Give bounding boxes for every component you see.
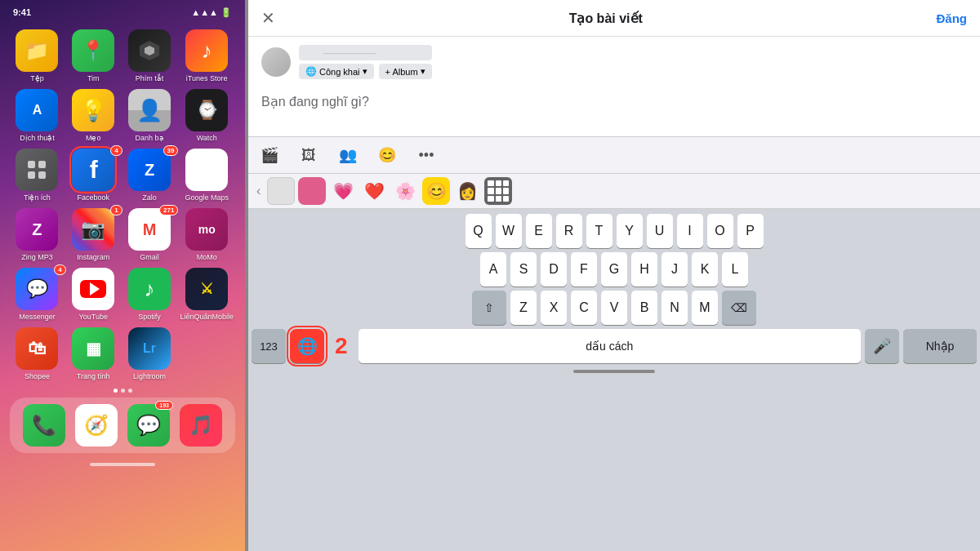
app-icon-contacts[interactable]: 👤 Danh bạ — [124, 89, 176, 142]
app-icon-meo[interactable]: 💡 Mẹo — [68, 89, 119, 142]
app-icon-spotify[interactable]: ♪ Spotify — [124, 268, 176, 321]
fb-close-button[interactable]: ✕ — [261, 8, 275, 28]
dock-safari[interactable]: 🧭 — [75, 404, 118, 447]
app-icon-lightroom[interactable]: Lr Lightroom — [124, 327, 176, 380]
kb-key-n[interactable]: N — [662, 291, 688, 325]
kb-home-bar — [248, 367, 980, 375]
kb-key-s[interactable]: S — [510, 252, 537, 287]
kb-key-d[interactable]: D — [541, 252, 567, 287]
sticker-smile[interactable]: 😊 — [422, 177, 450, 205]
sticker-strip: ‹ 💗 ❤️ 🌸 😊 👩 — [248, 174, 980, 209]
dock: 📞 🧭 💬 193 🎵 — [10, 398, 235, 453]
app-icon-translate[interactable]: A Dịch thuật — [11, 89, 63, 142]
app-icon-shopee[interactable]: 🛍 Shopee — [11, 327, 63, 380]
kb-key-o[interactable]: O — [707, 214, 733, 248]
fb-keyboard-toolbar: 🎬 🖼 👥 😊 ••• — [248, 136, 980, 174]
kb-globe-key[interactable]: 🌐 — [290, 329, 324, 363]
status-bar: 9:41 ▲▲▲ 🔋 — [0, 0, 245, 24]
kb-key-y[interactable]: Y — [617, 214, 643, 248]
app-icon-youtube[interactable]: YouTube — [68, 268, 119, 321]
fb-compose-area[interactable]: Bạn đang nghĩ gì? — [248, 87, 980, 136]
app-icon-watch[interactable]: ⌚ Watch — [180, 89, 234, 142]
status-bar-icons: ▲▲▲ 🔋 — [191, 7, 232, 18]
fb-emoji-icon[interactable]: 😊 — [374, 142, 400, 168]
kb-key-l[interactable]: L — [722, 252, 748, 287]
kb-key-j[interactable]: J — [662, 252, 688, 287]
app-icon-shortcuts[interactable]: Phím tắt — [124, 29, 176, 82]
app-icon-gmail[interactable]: M 271 Gmail — [124, 208, 176, 261]
sticker-grid-icon[interactable] — [484, 177, 512, 205]
kb-key-h[interactable]: H — [631, 252, 657, 287]
sticker-person[interactable]: 👩 — [453, 177, 481, 205]
app-icon-zing[interactable]: Z Zing MP3 — [11, 208, 63, 261]
kb-key-p[interactable]: P — [737, 214, 764, 248]
fb-user-row: ————— 🌐 Công khai ▾ + Album ▾ — [248, 37, 980, 87]
kb-delete-key[interactable]: ⌫ — [722, 291, 756, 325]
sticker-flower[interactable]: 🌸 — [391, 177, 419, 205]
fb-avatar — [261, 47, 291, 77]
kb-key-e[interactable]: E — [526, 214, 552, 248]
app-icon-find[interactable]: 📍 Tim — [68, 29, 119, 82]
kb-space-key[interactable]: dấu cách — [359, 329, 861, 363]
kb-key-t[interactable]: T — [586, 214, 612, 248]
kb-row-2: A S D F G H J K L — [248, 252, 980, 287]
kb-key-f[interactable]: F — [571, 252, 597, 287]
sticker-white[interactable] — [267, 177, 295, 205]
app-icon-momo[interactable]: mo MoMo — [180, 208, 234, 261]
app-icon-files[interactable]: 📁 Tệp — [11, 29, 63, 82]
sticker-heart-red[interactable]: ❤️ — [360, 177, 388, 205]
phone-screen: 9:41 ▲▲▲ 🔋 📁 Tệp 📍 Tim Phím tắt ♪ iTunes… — [0, 0, 245, 551]
fb-privacy-button[interactable]: 🌐 Công khai ▾ — [299, 64, 374, 79]
svg-rect-2 — [28, 161, 35, 168]
sticker-red[interactable] — [298, 177, 326, 205]
kb-return-key[interactable]: Nhập — [903, 329, 977, 363]
fb-header: ✕ Tạo bài viết Đăng — [248, 0, 980, 37]
app-icon-lienquan[interactable]: ⚔ LiênQuânMobile — [180, 268, 234, 321]
kb-key-q[interactable]: Q — [466, 214, 492, 248]
fb-more-icon[interactable]: ••• — [413, 142, 439, 168]
kb-shift-key[interactable]: ⇧ — [472, 291, 506, 325]
kb-key-w[interactable]: W — [496, 214, 522, 248]
kb-mic-key[interactable]: 🎤 — [865, 329, 899, 363]
fb-video-icon[interactable]: 🎬 — [256, 142, 283, 168]
kb-row-3: ⇧ Z X C V B N M ⌫ — [248, 291, 980, 325]
kb-key-m[interactable]: M — [692, 291, 718, 325]
kb-key-c[interactable]: C — [571, 291, 597, 325]
kb-key-x[interactable]: X — [541, 291, 567, 325]
svg-rect-3 — [38, 161, 46, 168]
kb-key-i[interactable]: I — [677, 214, 703, 248]
svg-rect-4 — [28, 171, 35, 179]
kb-key-z[interactable]: Z — [510, 291, 537, 325]
app-icon-messenger[interactable]: 💬 4 Messenger — [11, 268, 63, 321]
kb-key-b[interactable]: B — [631, 291, 657, 325]
dock-messages[interactable]: 💬 193 — [127, 404, 170, 447]
fb-title: Tạo bài viết — [569, 11, 643, 26]
app-icon-trangtinh[interactable]: ▦ Trang tính — [68, 327, 119, 380]
fb-album-button[interactable]: + Album ▾ — [379, 64, 432, 79]
kb-key-u[interactable]: U — [647, 214, 673, 248]
app-icon-gmaps[interactable]: 🗺 Google Maps — [180, 149, 234, 202]
app-icon-facebook[interactable]: f 4 Facebook — [68, 149, 119, 202]
fb-tag-icon[interactable]: 👥 — [335, 142, 361, 168]
sticker-heart-pink[interactable]: 💗 — [329, 177, 357, 205]
app-icon-zalo[interactable]: Z 39 Zalo — [124, 149, 176, 202]
kb-bottom-row: 123 🌐 2 dấu cách 🎤 Nhập — [248, 329, 980, 363]
kb-key-a[interactable]: A — [480, 252, 506, 287]
app-icon-itunes[interactable]: ♪ iTunes Store — [180, 29, 234, 82]
app-icon-instagram[interactable]: 📷 1 Instagram — [68, 208, 119, 261]
kb-key-r[interactable]: R — [556, 214, 582, 248]
kb-key-g[interactable]: G — [601, 252, 627, 287]
fb-post-button[interactable]: Đăng — [936, 11, 967, 25]
sticker-nav-back[interactable]: ‹ — [253, 184, 264, 198]
app-grid: 📁 Tệp 📍 Tim Phím tắt ♪ iTunes Store A Dị… — [0, 24, 245, 385]
fb-user-info: ————— 🌐 Công khai ▾ + Album ▾ — [299, 45, 432, 79]
kb-123-key[interactable]: 123 — [252, 329, 286, 363]
fb-privacy-row: 🌐 Công khai ▾ + Album ▾ — [299, 64, 432, 79]
fb-photo-icon[interactable]: 🖼 — [296, 142, 322, 168]
app-icon-tienich[interactable]: Tiện ích — [11, 149, 63, 202]
dock-phone[interactable]: 📞 — [23, 404, 65, 447]
dock-music[interactable]: 🎵 — [180, 404, 222, 447]
page-dots — [0, 385, 245, 394]
kb-key-k[interactable]: K — [692, 252, 718, 287]
kb-key-v[interactable]: V — [601, 291, 627, 325]
